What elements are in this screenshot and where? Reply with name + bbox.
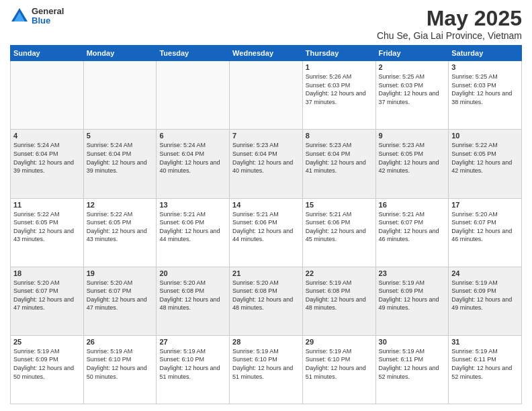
calendar-cell: 10Sunrise: 5:22 AM Sunset: 6:05 PM Dayli… — [449, 130, 522, 198]
calendar-header-thursday: Thursday — [302, 46, 375, 61]
day-info: Sunrise: 5:24 AM Sunset: 6:04 PM Dayligh… — [159, 141, 226, 175]
calendar-cell: 16Sunrise: 5:21 AM Sunset: 6:07 PM Dayli… — [375, 198, 449, 267]
day-number: 23 — [379, 269, 446, 277]
calendar-header-saturday: Saturday — [449, 46, 522, 61]
day-number: 20 — [159, 269, 226, 277]
calendar-header-row: SundayMondayTuesdayWednesdayThursdayFrid… — [11, 46, 522, 61]
day-info: Sunrise: 5:19 AM Sunset: 6:11 PM Dayligh… — [451, 347, 519, 381]
calendar-header-monday: Monday — [83, 46, 157, 61]
day-number: 15 — [306, 201, 373, 209]
logo: General Blue — [10, 7, 64, 26]
calendar-cell — [157, 61, 230, 130]
day-number: 3 — [451, 63, 519, 71]
day-number: 12 — [87, 201, 154, 209]
day-info: Sunrise: 5:19 AM Sunset: 6:10 PM Dayligh… — [306, 347, 373, 381]
calendar-cell: 29Sunrise: 5:19 AM Sunset: 6:10 PM Dayli… — [302, 335, 375, 404]
day-number: 28 — [232, 338, 300, 346]
day-number: 31 — [451, 338, 519, 346]
day-number: 16 — [379, 201, 446, 209]
day-number: 7 — [232, 132, 300, 140]
day-info: Sunrise: 5:24 AM Sunset: 6:04 PM Dayligh… — [87, 141, 154, 175]
calendar-cell: 26Sunrise: 5:19 AM Sunset: 6:10 PM Dayli… — [83, 335, 157, 404]
calendar-cell: 11Sunrise: 5:22 AM Sunset: 6:05 PM Dayli… — [11, 198, 84, 267]
day-info: Sunrise: 5:23 AM Sunset: 6:05 PM Dayligh… — [379, 141, 446, 175]
day-number: 26 — [87, 338, 154, 346]
day-info: Sunrise: 5:22 AM Sunset: 6:05 PM Dayligh… — [13, 210, 81, 244]
calendar-cell: 30Sunrise: 5:19 AM Sunset: 6:11 PM Dayli… — [375, 335, 449, 404]
calendar-cell: 21Sunrise: 5:20 AM Sunset: 6:08 PM Dayli… — [230, 267, 303, 335]
day-info: Sunrise: 5:19 AM Sunset: 6:10 PM Dayligh… — [159, 347, 226, 381]
day-number: 24 — [451, 269, 519, 277]
month-title: May 2025 — [377, 7, 522, 30]
calendar-cell: 8Sunrise: 5:23 AM Sunset: 6:04 PM Daylig… — [302, 130, 375, 198]
day-info: Sunrise: 5:20 AM Sunset: 6:07 PM Dayligh… — [451, 210, 519, 244]
calendar-week-4: 18Sunrise: 5:20 AM Sunset: 6:07 PM Dayli… — [11, 267, 522, 335]
day-info: Sunrise: 5:19 AM Sunset: 6:10 PM Dayligh… — [87, 347, 154, 381]
day-info: Sunrise: 5:20 AM Sunset: 6:08 PM Dayligh… — [232, 279, 300, 312]
calendar-cell: 28Sunrise: 5:19 AM Sunset: 6:10 PM Dayli… — [230, 335, 303, 404]
calendar-week-2: 4Sunrise: 5:24 AM Sunset: 6:04 PM Daylig… — [11, 130, 522, 198]
calendar-cell: 12Sunrise: 5:22 AM Sunset: 6:05 PM Dayli… — [83, 198, 157, 267]
title-section: May 2025 Chu Se, Gia Lai Province, Vietn… — [377, 7, 522, 41]
calendar-cell: 14Sunrise: 5:21 AM Sunset: 6:06 PM Dayli… — [230, 198, 303, 267]
day-info: Sunrise: 5:23 AM Sunset: 6:04 PM Dayligh… — [232, 141, 300, 175]
day-info: Sunrise: 5:19 AM Sunset: 6:08 PM Dayligh… — [306, 279, 373, 312]
day-info: Sunrise: 5:23 AM Sunset: 6:04 PM Dayligh… — [306, 141, 373, 175]
day-number: 1 — [306, 63, 373, 71]
calendar-cell: 3Sunrise: 5:25 AM Sunset: 6:03 PM Daylig… — [449, 61, 522, 130]
header: General Blue May 2025 Chu Se, Gia Lai Pr… — [10, 7, 522, 41]
day-number: 10 — [451, 132, 519, 140]
day-number: 18 — [13, 269, 81, 277]
calendar-cell: 15Sunrise: 5:21 AM Sunset: 6:06 PM Dayli… — [302, 198, 375, 267]
day-info: Sunrise: 5:22 AM Sunset: 6:05 PM Dayligh… — [451, 141, 519, 175]
calendar-header-sunday: Sunday — [11, 46, 84, 61]
day-number: 22 — [306, 269, 373, 277]
calendar-cell: 1Sunrise: 5:26 AM Sunset: 6:03 PM Daylig… — [302, 61, 375, 130]
calendar-cell: 4Sunrise: 5:24 AM Sunset: 6:04 PM Daylig… — [11, 130, 84, 198]
calendar-cell: 31Sunrise: 5:19 AM Sunset: 6:11 PM Dayli… — [449, 335, 522, 404]
calendar-cell: 25Sunrise: 5:19 AM Sunset: 6:09 PM Dayli… — [11, 335, 84, 404]
day-info: Sunrise: 5:22 AM Sunset: 6:05 PM Dayligh… — [87, 210, 154, 244]
day-number: 13 — [159, 201, 226, 209]
calendar-cell — [230, 61, 303, 130]
calendar-week-1: 1Sunrise: 5:26 AM Sunset: 6:03 PM Daylig… — [11, 61, 522, 130]
logo-icon — [10, 7, 29, 26]
calendar-cell: 20Sunrise: 5:20 AM Sunset: 6:08 PM Dayli… — [157, 267, 230, 335]
calendar-cell: 23Sunrise: 5:19 AM Sunset: 6:09 PM Dayli… — [375, 267, 449, 335]
calendar-week-3: 11Sunrise: 5:22 AM Sunset: 6:05 PM Dayli… — [11, 198, 522, 267]
day-info: Sunrise: 5:24 AM Sunset: 6:04 PM Dayligh… — [13, 141, 81, 175]
day-info: Sunrise: 5:21 AM Sunset: 6:06 PM Dayligh… — [306, 210, 373, 244]
day-number: 21 — [232, 269, 300, 277]
day-number: 11 — [13, 201, 81, 209]
day-info: Sunrise: 5:19 AM Sunset: 6:11 PM Dayligh… — [379, 347, 446, 381]
location: Chu Se, Gia Lai Province, Vietnam — [377, 30, 522, 41]
day-info: Sunrise: 5:21 AM Sunset: 6:06 PM Dayligh… — [232, 210, 300, 244]
calendar-cell: 17Sunrise: 5:20 AM Sunset: 6:07 PM Dayli… — [449, 198, 522, 267]
calendar-cell: 9Sunrise: 5:23 AM Sunset: 6:05 PM Daylig… — [375, 130, 449, 198]
day-number: 6 — [159, 132, 226, 140]
day-info: Sunrise: 5:25 AM Sunset: 6:03 PM Dayligh… — [379, 73, 446, 106]
day-number: 27 — [159, 338, 226, 346]
calendar-header-tuesday: Tuesday — [157, 46, 230, 61]
calendar-cell: 27Sunrise: 5:19 AM Sunset: 6:10 PM Dayli… — [157, 335, 230, 404]
day-number: 30 — [379, 338, 446, 346]
day-info: Sunrise: 5:20 AM Sunset: 6:08 PM Dayligh… — [159, 279, 226, 312]
day-info: Sunrise: 5:20 AM Sunset: 6:07 PM Dayligh… — [87, 279, 154, 312]
day-number: 29 — [306, 338, 373, 346]
day-number: 2 — [379, 63, 446, 71]
calendar-header-wednesday: Wednesday — [230, 46, 303, 61]
page: General Blue May 2025 Chu Se, Gia Lai Pr… — [0, 0, 532, 411]
day-info: Sunrise: 5:20 AM Sunset: 6:07 PM Dayligh… — [13, 279, 81, 312]
day-number: 5 — [87, 132, 154, 140]
calendar-cell: 19Sunrise: 5:20 AM Sunset: 6:07 PM Dayli… — [83, 267, 157, 335]
day-info: Sunrise: 5:19 AM Sunset: 6:10 PM Dayligh… — [232, 347, 300, 381]
calendar-cell — [83, 61, 157, 130]
logo-blue-text: Blue — [32, 16, 64, 26]
calendar-cell: 24Sunrise: 5:19 AM Sunset: 6:09 PM Dayli… — [449, 267, 522, 335]
day-info: Sunrise: 5:26 AM Sunset: 6:03 PM Dayligh… — [306, 73, 373, 106]
calendar-cell: 5Sunrise: 5:24 AM Sunset: 6:04 PM Daylig… — [83, 130, 157, 198]
calendar-table: SundayMondayTuesdayWednesdayThursdayFrid… — [10, 45, 522, 404]
calendar-week-5: 25Sunrise: 5:19 AM Sunset: 6:09 PM Dayli… — [11, 335, 522, 404]
calendar-cell: 7Sunrise: 5:23 AM Sunset: 6:04 PM Daylig… — [230, 130, 303, 198]
logo-general-text: General — [32, 7, 64, 16]
